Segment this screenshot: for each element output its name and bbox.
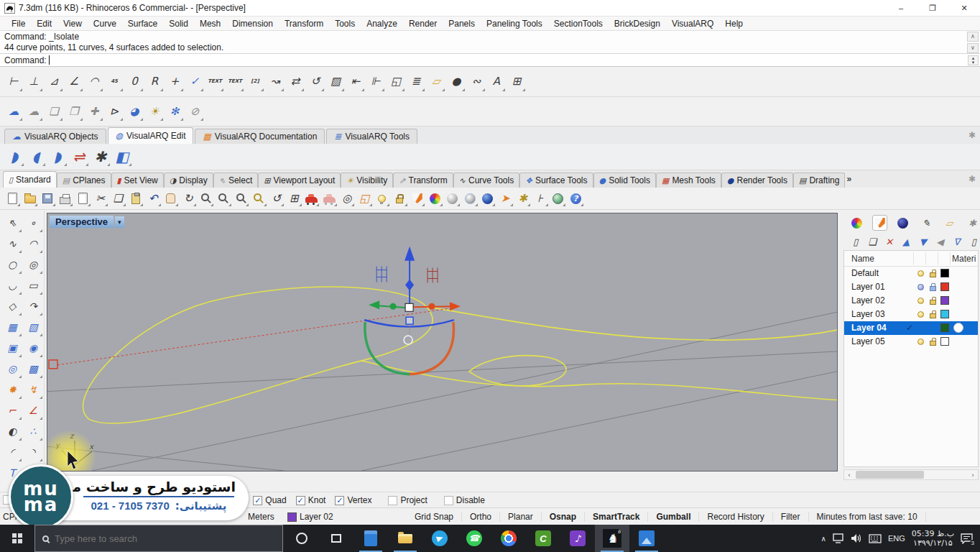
- render-sphere-icon[interactable]: [479, 189, 497, 208]
- cplane-pane[interactable]: CPl: [3, 512, 17, 522]
- open-file-icon[interactable]: [22, 189, 40, 208]
- libraries-panel-tab-icon[interactable]: ▱: [942, 215, 957, 231]
- taskbar-app[interactable]: [388, 525, 422, 552]
- measure-icon[interactable]: ⊦: [532, 189, 550, 208]
- plugin-tab[interactable]: ≣VisualARQ Tools: [326, 129, 417, 144]
- layer-visibility-icon[interactable]: [917, 270, 924, 277]
- menu-item[interactable]: SectionTools: [548, 17, 609, 30]
- paste-icon[interactable]: [127, 189, 145, 208]
- move-layer-down-icon[interactable]: ▼: [917, 236, 930, 247]
- raytrace-icon[interactable]: ➤: [496, 189, 514, 208]
- box-tool-icon[interactable]: ▣: [2, 338, 22, 358]
- osnap-checkbox[interactable]: Project: [388, 495, 427, 505]
- menu-item[interactable]: Dimension: [226, 17, 279, 30]
- explode-tool-icon[interactable]: ✸: [2, 380, 22, 400]
- layer-visibility-icon[interactable]: [917, 339, 924, 345]
- workspace-tab[interactable]: ◑Display: [164, 172, 213, 188]
- zoom-window-icon[interactable]: [215, 189, 233, 208]
- dim-diameter-icon[interactable]: 0: [124, 71, 144, 93]
- eraser-icon[interactable]: ⊘: [185, 101, 205, 122]
- workspace-tab[interactable]: ∿Curve Tools: [453, 172, 519, 188]
- delete-layer-icon[interactable]: ✕: [883, 236, 896, 247]
- layer-lock-icon[interactable]: [930, 272, 936, 277]
- chamfer-tool-icon[interactable]: ∠: [23, 400, 43, 420]
- dim-ordinate-icon[interactable]: [2]: [245, 71, 265, 93]
- layer-row[interactable]: Layer 05: [844, 335, 978, 349]
- cut-icon[interactable]: ✂: [92, 189, 110, 208]
- menu-item[interactable]: Edit: [31, 17, 57, 30]
- dim-area-icon[interactable]: ◱: [386, 71, 406, 93]
- active-layer-pane[interactable]: Layer 02: [287, 512, 333, 522]
- rectangle-tool-icon[interactable]: ▭: [23, 275, 43, 295]
- polygon-tool-icon[interactable]: ◇: [2, 296, 22, 316]
- layer-lock-icon[interactable]: [930, 286, 936, 291]
- hatch-icon[interactable]: ▨: [325, 71, 346, 93]
- lamp-on-icon[interactable]: ☀: [144, 101, 165, 122]
- rendered-sphere-icon[interactable]: [461, 189, 479, 208]
- array-tool-icon[interactable]: ∴: [23, 421, 43, 441]
- command-spinner[interactable]: ▲ ▼: [968, 55, 979, 65]
- volume-icon[interactable]: [851, 533, 862, 543]
- varq-edit-icon[interactable]: ◗: [47, 146, 68, 167]
- print-icon[interactable]: [57, 189, 75, 208]
- revision-cloud-rect-icon[interactable]: ☁: [24, 101, 44, 122]
- layer-lock-icon[interactable]: [930, 313, 936, 318]
- freeform-curve-tool-icon[interactable]: ↷: [23, 296, 43, 316]
- close-button[interactable]: ✕: [948, 0, 980, 16]
- layer-color-swatch[interactable]: [940, 282, 949, 291]
- new-layer-icon[interactable]: ▯: [849, 236, 862, 247]
- osnap-checkbox[interactable]: ✓ Knot: [296, 495, 326, 505]
- tray-chevron-icon[interactable]: ∧: [821, 535, 826, 543]
- layers-panel-tab-icon[interactable]: [872, 215, 887, 231]
- rotate-view-icon[interactable]: ↻: [180, 189, 198, 208]
- status-pane[interactable]: Osnap: [542, 512, 585, 522]
- arrow-text-icon[interactable]: A: [486, 71, 507, 93]
- clock[interactable]: 05:39 ب.ظ ۱۳۹۹/۱۲/۱۵: [912, 529, 954, 548]
- layer-row[interactable]: Layer 01: [844, 280, 978, 294]
- network-icon[interactable]: [833, 533, 844, 543]
- rendering-panel-tab-icon[interactable]: [895, 215, 910, 231]
- arc-tool-icon[interactable]: ◡: [2, 275, 22, 295]
- arc-points-tool-icon[interactable]: ◠: [23, 234, 43, 254]
- text-edit-icon[interactable]: TEXT: [225, 71, 245, 93]
- taskbar-app[interactable]: [285, 525, 319, 552]
- command-history[interactable]: Command: _Isolate 44 curve points, 11 cu…: [0, 31, 980, 54]
- circle-tool-icon[interactable]: ○: [2, 254, 22, 275]
- menu-item[interactable]: Transform: [279, 17, 329, 30]
- plugin-tab[interactable]: ◍VisualARQ Edit: [108, 127, 194, 144]
- layer-visibility-icon[interactable]: [917, 284, 924, 290]
- menu-item[interactable]: Curve: [88, 17, 122, 30]
- menu-item[interactable]: Tools: [329, 17, 361, 30]
- taskbar-app[interactable]: C: [526, 525, 560, 552]
- workspace-tab[interactable]: ▤Drafting: [793, 172, 845, 188]
- status-pane[interactable]: Ortho: [462, 512, 500, 522]
- menu-item[interactable]: BrickDesign: [609, 17, 666, 30]
- options-gear-icon[interactable]: ✱: [514, 189, 532, 208]
- zoom-dynamic-icon[interactable]: [198, 189, 216, 208]
- menu-item[interactable]: Paneling Tools: [481, 17, 548, 30]
- workspace-tab[interactable]: ☀Visibility: [341, 172, 393, 188]
- status-pane[interactable]: Gumball: [648, 512, 699, 522]
- column-header-name[interactable]: Name: [851, 254, 874, 264]
- curve-tool-icon[interactable]: ∿: [2, 234, 22, 254]
- layer-color-swatch[interactable]: [940, 310, 949, 318]
- layer-material-swatch[interactable]: [953, 323, 963, 333]
- workspace-tab[interactable]: ●Render Tools: [721, 172, 793, 188]
- plugin-tab[interactable]: ☁VisualARQ Objects: [4, 129, 106, 144]
- dim-grid-icon[interactable]: ⊞: [507, 71, 527, 93]
- leader-icon[interactable]: ↝: [265, 71, 285, 93]
- display-panel-tab-icon[interactable]: [849, 215, 864, 231]
- display-sphere-icon[interactable]: [426, 189, 444, 208]
- menu-item[interactable]: VisualARQ: [666, 17, 719, 30]
- osnap-hidden-checkbox[interactable]: [3, 495, 12, 505]
- command-scrollbar[interactable]: ∧ ∨: [967, 32, 979, 42]
- taskbar-app[interactable]: ♞: [595, 525, 629, 552]
- menu-item[interactable]: Surface: [122, 17, 163, 30]
- fillet-curve-tool-icon[interactable]: ◜: [2, 442, 22, 462]
- layer-lock-icon[interactable]: [930, 341, 936, 346]
- donut-icon[interactable]: ◕: [124, 101, 144, 122]
- menu-item[interactable]: Help: [719, 17, 749, 30]
- menu-item[interactable]: Mesh: [194, 17, 226, 30]
- curve-extra-tool-icon[interactable]: ∿: [23, 463, 43, 483]
- save-icon[interactable]: [39, 189, 57, 208]
